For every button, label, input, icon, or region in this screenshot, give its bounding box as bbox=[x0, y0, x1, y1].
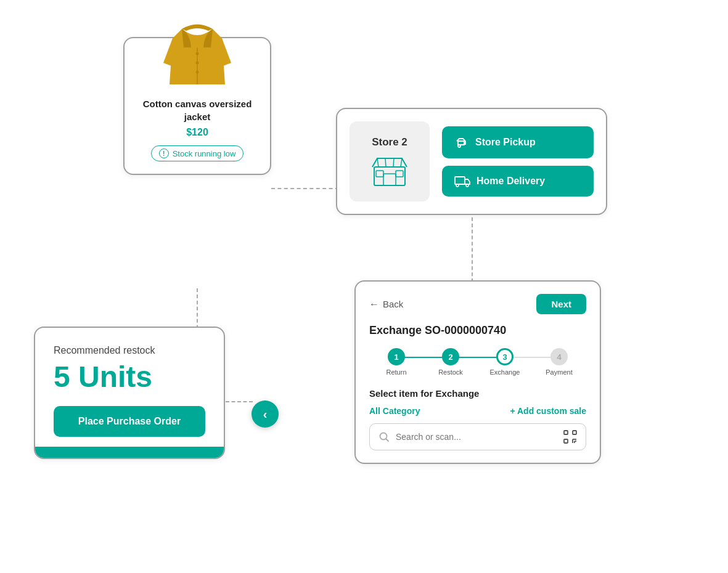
search-box[interactable] bbox=[369, 423, 586, 450]
store-buttons: Store Pickup Home Delivery bbox=[442, 126, 594, 197]
add-custom-sale[interactable]: + Add custom sale bbox=[510, 406, 586, 416]
all-category-filter[interactable]: All Category bbox=[369, 406, 420, 416]
exchange-header: ← Back Next bbox=[369, 294, 586, 314]
back-label: Back bbox=[383, 299, 403, 309]
connector-h2 bbox=[226, 401, 253, 402]
step-circle-2: 2 bbox=[442, 348, 459, 365]
step-circle-3: 3 bbox=[496, 348, 513, 365]
svg-point-15 bbox=[456, 184, 459, 187]
svg-point-18 bbox=[380, 433, 387, 440]
restock-recommended-label: Recommended restock bbox=[54, 345, 205, 356]
svg-rect-4 bbox=[374, 167, 405, 185]
step-return: 1 Return bbox=[369, 348, 423, 376]
store-icon bbox=[371, 153, 408, 187]
svg-point-2 bbox=[196, 62, 199, 65]
store-icon-box: Store 2 bbox=[350, 121, 430, 201]
svg-line-11 bbox=[401, 158, 402, 167]
pickup-icon bbox=[454, 135, 469, 150]
exchange-card: ← Back Next Exchange SO-0000000740 1 Ret… bbox=[354, 280, 601, 464]
search-icon bbox=[378, 431, 390, 442]
delivery-label: Home Delivery bbox=[476, 176, 545, 187]
steps-row: 1 Return 2 Restock 3 Exchange 4 Payment bbox=[369, 348, 586, 376]
svg-rect-20 bbox=[564, 431, 568, 434]
svg-rect-7 bbox=[396, 171, 403, 177]
delivery-icon bbox=[454, 174, 470, 188]
svg-point-16 bbox=[466, 184, 468, 187]
svg-point-1 bbox=[196, 52, 199, 55]
pickup-label: Store Pickup bbox=[475, 137, 536, 148]
svg-rect-22 bbox=[564, 439, 568, 443]
scan-icon[interactable] bbox=[563, 430, 577, 444]
product-image bbox=[160, 7, 234, 90]
stock-label: Stock running low bbox=[173, 149, 236, 158]
back-button[interactable]: ← Back bbox=[369, 299, 403, 310]
svg-line-8 bbox=[377, 158, 378, 167]
product-price: $120 bbox=[186, 127, 208, 138]
svg-line-9 bbox=[385, 158, 386, 167]
product-name: Cotton canvas oversized jacket bbox=[137, 97, 258, 123]
step-circle-4: 4 bbox=[550, 348, 568, 365]
svg-rect-5 bbox=[383, 174, 396, 185]
filter-row: All Category + Add custom sale bbox=[369, 406, 586, 416]
svg-rect-21 bbox=[573, 431, 576, 434]
restock-units: 5 Units bbox=[54, 360, 205, 394]
step-label-1: Return bbox=[386, 368, 406, 376]
step-label-4: Payment bbox=[546, 368, 572, 376]
teal-bar bbox=[35, 447, 224, 458]
store-card: Store 2 bbox=[336, 108, 607, 215]
svg-line-10 bbox=[393, 158, 394, 167]
restock-card: Recommended restock 5 Units Place Purcha… bbox=[34, 327, 225, 459]
back-arrow-icon: ← bbox=[369, 299, 379, 310]
next-button[interactable]: Next bbox=[536, 294, 586, 314]
connector-h1 bbox=[271, 188, 339, 189]
stock-badge: ! Stock running low bbox=[151, 145, 244, 161]
home-delivery-button[interactable]: Home Delivery bbox=[442, 166, 594, 197]
step-label-2: Restock bbox=[438, 368, 463, 376]
svg-line-19 bbox=[386, 439, 389, 442]
step-payment: 4 Payment bbox=[532, 348, 586, 376]
step-restock: 2 Restock bbox=[423, 348, 478, 376]
connector-v1 bbox=[472, 205, 473, 288]
svg-rect-14 bbox=[455, 177, 465, 184]
nav-circle-back[interactable]: ‹ bbox=[252, 400, 279, 428]
svg-point-3 bbox=[196, 71, 199, 74]
exchange-title: Exchange SO-0000000740 bbox=[369, 324, 586, 337]
store-name: Store 2 bbox=[372, 136, 407, 148]
step-label-3: Exchange bbox=[490, 368, 520, 376]
svg-rect-6 bbox=[376, 171, 383, 177]
product-card: Cotton canvas oversized jacket $120 ! St… bbox=[123, 37, 271, 175]
store-pickup-button[interactable]: Store Pickup bbox=[442, 126, 594, 158]
place-purchase-order-button[interactable]: Place Purchase Order bbox=[54, 406, 205, 437]
search-input[interactable] bbox=[396, 432, 557, 442]
warning-icon: ! bbox=[159, 148, 169, 158]
step-exchange: 3 Exchange bbox=[478, 348, 532, 376]
select-item-title: Select item for Exchange bbox=[369, 388, 586, 399]
scene: Cotton canvas oversized jacket $120 ! St… bbox=[0, 0, 728, 573]
step-circle-1: 1 bbox=[388, 348, 405, 365]
